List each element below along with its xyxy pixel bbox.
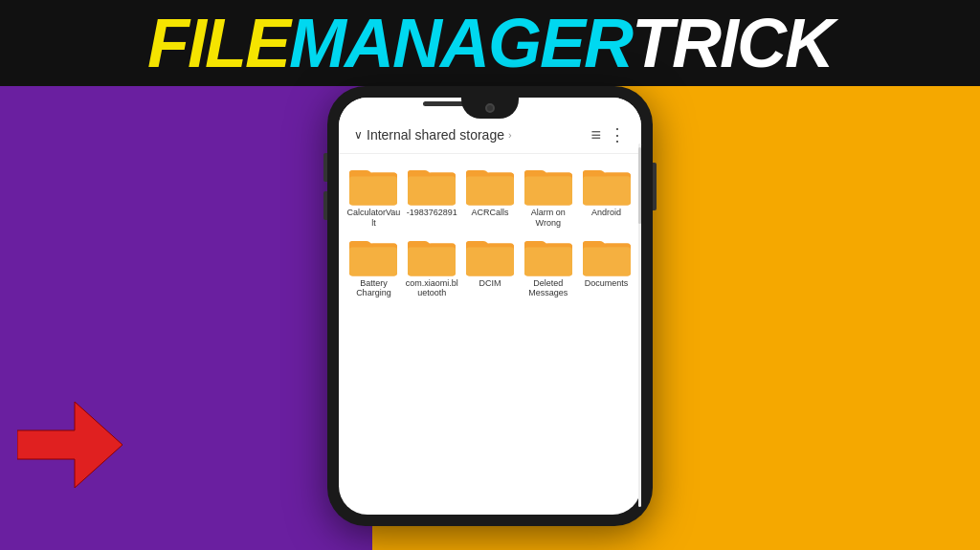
folder-item[interactable]: Battery Charging: [346, 236, 401, 299]
folder-icon: [408, 236, 456, 276]
svg-rect-12: [349, 247, 397, 275]
red-arrow: [17, 402, 122, 488]
svg-rect-6: [466, 176, 514, 205]
title-bar: FILE MANAGER TRICK: [0, 0, 980, 86]
svg-rect-2: [349, 176, 397, 205]
phone-notch: [461, 98, 519, 119]
folder-label: DCIM: [479, 278, 501, 289]
chevron-down-icon: ∨: [354, 128, 363, 142]
phone-wrapper: ∨ Internal shared storage › ≡ ⋮ C: [327, 86, 653, 526]
more-options-icon[interactable]: ⋮: [609, 124, 626, 145]
phone-screen: ∨ Internal shared storage › ≡ ⋮ C: [339, 98, 641, 515]
folder-label: ACRCalls: [471, 208, 508, 218]
title-trick: TRICK: [632, 9, 833, 77]
folder-item[interactable]: DCIM: [463, 236, 518, 299]
front-camera: [485, 103, 495, 113]
folder-item[interactable]: Android: [579, 165, 634, 229]
svg-rect-16: [466, 247, 514, 275]
folder-item[interactable]: ACRCalls: [463, 165, 518, 229]
file-grid: CalculatorVault -1983762891 ACRCalls Ala…: [339, 154, 641, 310]
folder-item[interactable]: Documents: [579, 236, 634, 299]
power-button: [653, 163, 657, 210]
chevron-right-icon: ›: [508, 129, 512, 141]
folder-icon: [408, 165, 456, 206]
list-view-icon[interactable]: ≡: [590, 125, 601, 145]
folder-item[interactable]: CalculatorVault: [346, 165, 401, 229]
folder-label: Android: [591, 208, 621, 218]
storage-path: Internal shared storage: [367, 127, 504, 143]
folder-icon: [524, 236, 572, 276]
folder-label: Deleted Messages: [522, 278, 575, 299]
breadcrumb: ∨ Internal shared storage ›: [354, 127, 512, 143]
folder-label: CalculatorVault: [346, 208, 400, 229]
phone: ∨ Internal shared storage › ≡ ⋮ C: [327, 86, 653, 526]
title-file: FILE: [147, 9, 289, 77]
folder-label: Alarm on Wrong: [522, 208, 575, 229]
folder-label: com.xiaomi.bluetooth: [405, 278, 458, 299]
title-manager: MANAGER: [289, 9, 632, 77]
svg-rect-8: [524, 176, 572, 205]
svg-rect-20: [583, 247, 631, 275]
scrollbar-thumb: [638, 147, 641, 224]
folder-icon: [349, 165, 397, 206]
folder-item[interactable]: Alarm on Wrong: [521, 165, 575, 229]
header-actions: ≡ ⋮: [590, 124, 626, 145]
volume-up-button: [323, 153, 327, 182]
svg-marker-0: [17, 402, 122, 488]
folder-label: -1983762891: [407, 208, 457, 218]
scrollbar[interactable]: [638, 143, 641, 507]
folder-item[interactable]: -1983762891: [405, 165, 459, 229]
folder-item[interactable]: com.xiaomi.bluetooth: [405, 236, 459, 299]
folder-label: Battery Charging: [346, 278, 400, 299]
folder-icon: [583, 165, 631, 206]
folder-item[interactable]: Deleted Messages: [521, 236, 575, 299]
svg-rect-4: [408, 176, 456, 205]
folder-icon: [466, 236, 514, 276]
volume-down-button: [323, 191, 327, 220]
folder-icon: [524, 165, 572, 206]
svg-rect-10: [583, 176, 631, 205]
folder-icon: [466, 165, 514, 206]
folder-label: Documents: [585, 278, 629, 289]
folder-icon: [349, 236, 397, 276]
svg-rect-14: [408, 247, 456, 275]
folder-icon: [583, 236, 631, 276]
svg-rect-18: [524, 247, 572, 275]
